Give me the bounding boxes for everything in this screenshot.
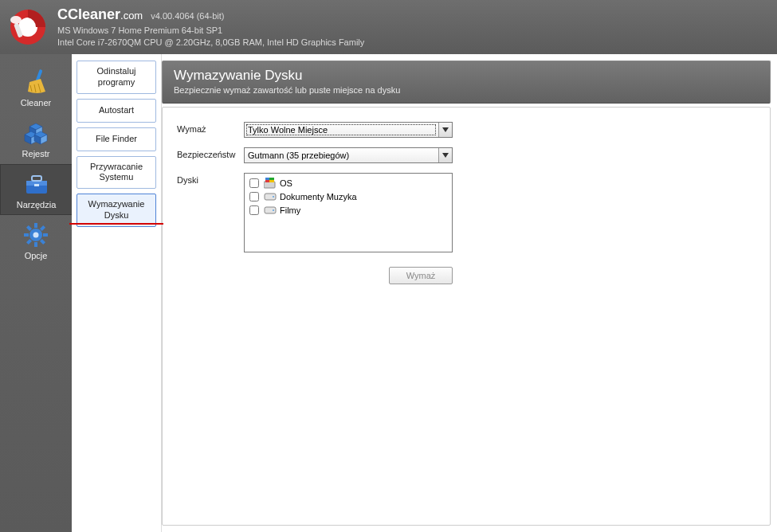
- sidebar-label: Narzędzia: [17, 200, 57, 209]
- security-select[interactable]: Gutmann (35 przebiegów): [244, 147, 453, 163]
- tools-subnav: Odinstaluj programy Autostart File Finde…: [72, 54, 161, 532]
- svg-rect-13: [43, 233, 48, 237]
- drive-label: Dokumenty Muzyka: [280, 192, 357, 201]
- app-header: CCleaner.com v4.00.4064 (64-bit) MS Wind…: [0, 0, 777, 54]
- sidebar: Cleaner Rejestr: [0, 54, 72, 532]
- svg-rect-8: [34, 184, 39, 186]
- sidebar-label: Cleaner: [21, 98, 52, 108]
- svg-point-25: [273, 196, 274, 198]
- svg-rect-19: [264, 182, 275, 188]
- svg-rect-23: [269, 180, 274, 182]
- app-logo-icon: [8, 7, 48, 47]
- label-wipe: Wymaż: [177, 122, 244, 134]
- svg-rect-16: [26, 225, 32, 231]
- broom-icon: [22, 68, 50, 96]
- subnav-uninstall[interactable]: Odinstaluj programy: [77, 61, 156, 94]
- wipe-select[interactable]: Tylko Wolne Miejsce: [244, 122, 453, 138]
- drive-label: OS: [280, 178, 292, 188]
- svg-rect-14: [40, 225, 45, 231]
- highlight-underline: [69, 223, 163, 225]
- drive-item[interactable]: Dokumenty Muzyka: [249, 190, 447, 203]
- app-version: v4.00.4064 (64-bit): [151, 11, 224, 21]
- drive-checkbox[interactable]: [249, 178, 259, 188]
- drive-checkbox[interactable]: [249, 205, 259, 215]
- security-select-value: Gutmann (35 przebiegów): [248, 151, 349, 160]
- app-title: CCleaner.com: [57, 6, 143, 23]
- wipe-button[interactable]: Wymaż: [389, 267, 453, 284]
- panel-subtitle: Bezpiecznie wymaż zawartość lub puste mi…: [174, 85, 759, 95]
- sidebar-item-options[interactable]: Opcje: [0, 215, 72, 266]
- drive-item[interactable]: Filmy: [249, 204, 447, 217]
- drives-listbox[interactable]: OS Dokumenty Muzyka: [244, 173, 453, 252]
- panel-header: Wymazywanie Dysku Bezpiecznie wymaż zawa…: [162, 61, 771, 104]
- registry-cubes-icon: [22, 119, 50, 147]
- svg-rect-17: [40, 239, 45, 244]
- drive-label: Filmy: [280, 205, 300, 215]
- sidebar-item-tools[interactable]: Narzędzia: [0, 164, 72, 215]
- svg-point-27: [273, 209, 274, 211]
- drive-checkbox[interactable]: [249, 192, 259, 201]
- svg-point-3: [10, 16, 22, 24]
- panel-body: Wymaż Tylko Wolne Miejsce Bezpieczeństw …: [162, 107, 771, 526]
- system-drive-icon: [264, 178, 277, 189]
- wipe-select-value: Tylko Wolne Miejsce: [248, 125, 328, 135]
- subnav-drivewiper[interactable]: Wymazywanie Dysku: [77, 194, 156, 227]
- hdd-icon: [264, 191, 277, 202]
- main-panel: Wymazywanie Dysku Bezpiecznie wymaż zawa…: [161, 54, 777, 532]
- label-drives: Dyski: [177, 173, 244, 185]
- svg-rect-11: [34, 242, 37, 247]
- chevron-down-icon: [438, 148, 452, 162]
- drive-item[interactable]: OS: [249, 177, 447, 190]
- system-info: MS Windows 7 Home Premium 64-bit SP1 Int…: [57, 25, 364, 49]
- sidebar-label: Rejestr: [22, 149, 50, 158]
- hdd-icon: [264, 205, 277, 216]
- sidebar-item-cleaner[interactable]: Cleaner: [0, 62, 72, 113]
- svg-rect-15: [26, 239, 32, 244]
- svg-point-18: [33, 233, 39, 238]
- toolbox-icon: [22, 170, 51, 198]
- svg-rect-7: [32, 176, 41, 181]
- subnav-systemrestore[interactable]: Przywracanie Systemu: [77, 156, 156, 190]
- sidebar-item-registry[interactable]: Rejestr: [0, 113, 72, 164]
- label-security: Bezpieczeństw: [177, 147, 244, 159]
- sidebar-label: Opcje: [25, 251, 48, 260]
- svg-rect-10: [34, 223, 37, 228]
- gear-icon: [22, 221, 50, 249]
- panel-title: Wymazywanie Dysku: [174, 68, 759, 84]
- subnav-filefinder[interactable]: File Finder: [77, 127, 156, 151]
- subnav-autostart[interactable]: Autostart: [77, 99, 156, 123]
- chevron-down-icon: [438, 123, 452, 137]
- svg-rect-12: [24, 233, 29, 237]
